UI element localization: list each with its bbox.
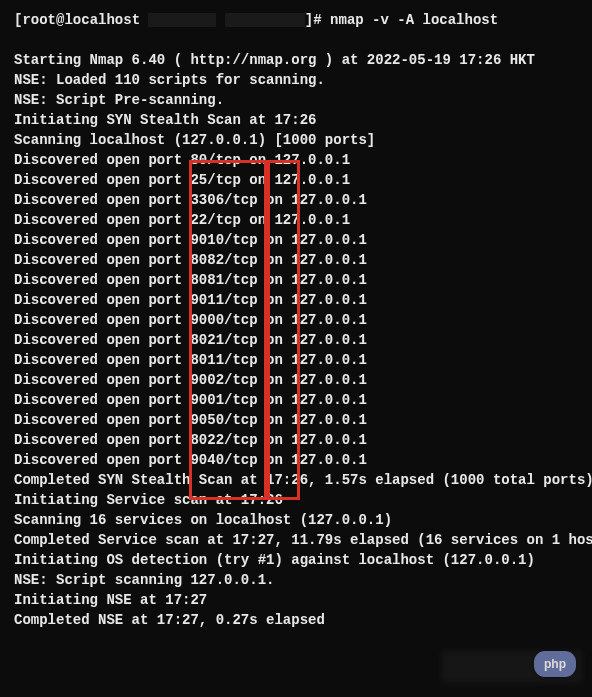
- output-line: Initiating NSE at 17:27: [14, 590, 578, 610]
- discovered-port-line: Discovered open port 9000/tcp on 127.0.0…: [14, 310, 578, 330]
- watermark-badge: php: [534, 651, 576, 677]
- discovered-port-line: Discovered open port 9001/tcp on 127.0.0…: [14, 390, 578, 410]
- discovered-port-line: Discovered open port 22/tcp on 127.0.0.1: [14, 210, 578, 230]
- output-line: Completed SYN Stealth Scan at 17:26, 1.5…: [14, 470, 578, 490]
- discovered-port-line: Discovered open port 9010/tcp on 127.0.0…: [14, 230, 578, 250]
- discovered-port-line: Discovered open port 8011/tcp on 127.0.0…: [14, 350, 578, 370]
- output-line: Initiating SYN Stealth Scan at 17:26: [14, 110, 578, 130]
- blank-line: [14, 30, 578, 50]
- discovered-port-line: Discovered open port 8021/tcp on 127.0.0…: [14, 330, 578, 350]
- watermark: php: [534, 651, 576, 677]
- discovered-port-line: Discovered open port 25/tcp on 127.0.0.1: [14, 170, 578, 190]
- prompt-close: ]#: [305, 12, 330, 28]
- terminal-prompt[interactable]: [root@localhost ]# nmap -v -A localhost: [14, 10, 578, 30]
- discovered-port-line: Discovered open port 9050/tcp on 127.0.0…: [14, 410, 578, 430]
- output-line: Initiating OS detection (try #1) against…: [14, 550, 578, 570]
- discovered-port-line: Discovered open port 80/tcp on 127.0.0.1: [14, 150, 578, 170]
- output-line: NSE: Loaded 110 scripts for scanning.: [14, 70, 578, 90]
- output-line: Initiating Service scan at 17:26: [14, 490, 578, 510]
- output-line: NSE: Script Pre-scanning.: [14, 90, 578, 110]
- redacted-block: [225, 13, 305, 27]
- output-line: Starting Nmap 6.40 ( http://nmap.org ) a…: [14, 50, 578, 70]
- output-line: Scanning localhost (127.0.0.1) [1000 por…: [14, 130, 578, 150]
- discovered-port-line: Discovered open port 9040/tcp on 127.0.0…: [14, 450, 578, 470]
- discovered-port-line: Discovered open port 8022/tcp on 127.0.0…: [14, 430, 578, 450]
- prompt-host: localhost: [64, 12, 140, 28]
- output-line: Completed NSE at 17:27, 0.27s elapsed: [14, 610, 578, 630]
- command-text: nmap -v -A localhost: [330, 12, 498, 28]
- discovered-port-line: Discovered open port 9011/tcp on 127.0.0…: [14, 290, 578, 310]
- redacted-block: [148, 13, 216, 27]
- output-line: NSE: Script scanning 127.0.0.1.: [14, 570, 578, 590]
- discovered-port-line: Discovered open port 9002/tcp on 127.0.0…: [14, 370, 578, 390]
- output-line: Scanning 16 services on localhost (127.0…: [14, 510, 578, 530]
- prompt-user: root: [22, 12, 56, 28]
- discovered-port-line: Discovered open port 3306/tcp on 127.0.0…: [14, 190, 578, 210]
- output-line: Completed Service scan at 17:27, 11.79s …: [14, 530, 578, 550]
- discovered-port-line: Discovered open port 8082/tcp on 127.0.0…: [14, 250, 578, 270]
- discovered-port-line: Discovered open port 8081/tcp on 127.0.0…: [14, 270, 578, 290]
